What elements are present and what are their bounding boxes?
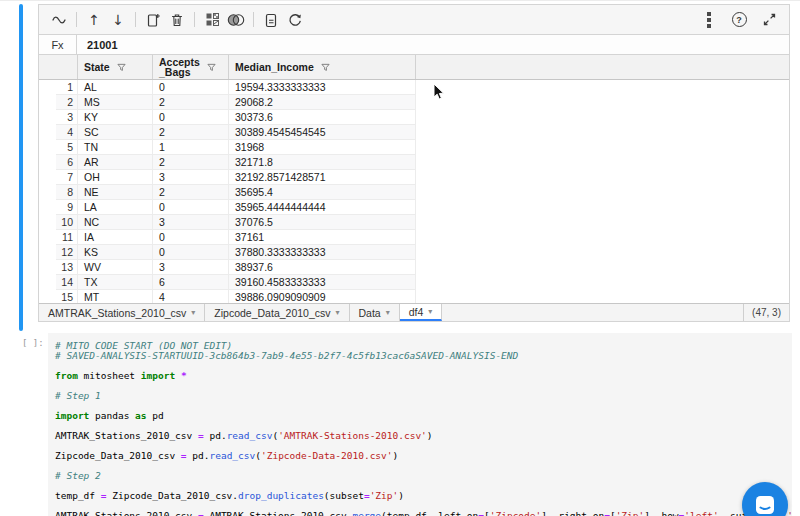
grid-cell[interactable]: 37161 — [229, 230, 416, 244]
index-column-header[interactable] — [56, 55, 78, 79]
grid-cell[interactable]: 2 — [153, 155, 229, 169]
filter-icon[interactable] — [117, 63, 126, 72]
row-index[interactable]: 12 — [56, 245, 78, 259]
row-index[interactable]: 1 — [56, 80, 78, 94]
table-row[interactable]: 8NE235695.4 — [56, 185, 416, 200]
grid-cell[interactable]: 30373.6 — [229, 110, 416, 124]
table-row[interactable]: 1AL019594.3333333333 — [56, 80, 416, 95]
grid-cell[interactable]: 3 — [153, 170, 229, 184]
fullscreen-icon[interactable] — [757, 9, 781, 31]
row-index[interactable]: 7 — [56, 170, 78, 184]
grid-cell[interactable]: 19594.3333333333 — [229, 80, 416, 94]
grid-cell[interactable]: AR — [78, 155, 153, 169]
grid-cell[interactable]: 3 — [153, 215, 229, 229]
sheet-tab-data[interactable]: Data▾ — [350, 304, 400, 321]
undo-wave-icon[interactable] — [47, 9, 71, 31]
grid-cell[interactable]: 0 — [153, 245, 229, 259]
grid-cell[interactable]: 38937.6 — [229, 260, 416, 274]
grid-cell[interactable]: 31968 — [229, 140, 416, 154]
grid-cell[interactable]: 2 — [153, 185, 229, 199]
pivot-icon[interactable] — [200, 9, 224, 31]
row-index[interactable]: 8 — [56, 185, 78, 199]
column-header-state[interactable]: State — [78, 55, 153, 79]
grid-cell[interactable]: 0 — [153, 110, 229, 124]
grid-cell[interactable]: IA — [78, 230, 153, 244]
sheet-tab-df4[interactable]: df4▾ — [400, 304, 443, 321]
table-row[interactable]: 7OH332192.8571428571 — [56, 170, 416, 185]
row-index[interactable]: 13 — [56, 260, 78, 274]
grid-cell[interactable]: 0 — [153, 200, 229, 214]
refresh-icon[interactable] — [283, 9, 307, 31]
table-row[interactable]: 13WV338937.6 — [56, 260, 416, 275]
grid-cell[interactable]: 1 — [153, 140, 229, 154]
document-icon[interactable] — [259, 9, 283, 31]
row-index[interactable]: 5 — [56, 140, 78, 154]
grid-cell[interactable]: NE — [78, 185, 153, 199]
arrow-up-icon[interactable]: ↑ — [82, 9, 106, 31]
grid-cell[interactable]: 35695.4 — [229, 185, 416, 199]
row-index[interactable]: 2 — [56, 95, 78, 109]
grid-cell[interactable]: SC — [78, 125, 153, 139]
grid-cell[interactable]: KY — [78, 110, 153, 124]
sheet-tab-zipcode_data_2010_csv[interactable]: Zipcode_Data_2010_csv▾ — [205, 304, 349, 321]
filter-icon[interactable] — [321, 63, 330, 72]
kebab-menu-icon[interactable] — [697, 9, 721, 31]
grid-cell[interactable]: 0 — [153, 80, 229, 94]
table-row[interactable]: 10NC337076.5 — [56, 215, 416, 230]
grid-cell[interactable]: TX — [78, 275, 153, 289]
grid-cell[interactable]: AL — [78, 80, 153, 94]
help-icon[interactable]: ? — [727, 9, 751, 31]
sheet-tab-amtrak_stations_2010_csv[interactable]: AMTRAK_Stations_2010_csv▾ — [39, 304, 205, 321]
grid-cell[interactable]: 6 — [153, 275, 229, 289]
grid-cell[interactable]: WV — [78, 260, 153, 274]
row-index[interactable]: 15 — [56, 290, 78, 303]
grid-cell[interactable]: KS — [78, 245, 153, 259]
grid-cell[interactable]: 37880.3333333333 — [229, 245, 416, 259]
table-row[interactable]: 15MT439886.0909090909 — [56, 290, 416, 303]
grid-cell[interactable]: NC — [78, 215, 153, 229]
grid-cell[interactable]: OH — [78, 170, 153, 184]
row-index[interactable]: 14 — [56, 275, 78, 289]
grid-cell[interactable]: 2 — [153, 125, 229, 139]
table-row[interactable]: 12KS037880.3333333333 — [56, 245, 416, 260]
row-index[interactable]: 6 — [56, 155, 78, 169]
merge-venn-icon[interactable] — [224, 9, 248, 31]
row-index[interactable]: 4 — [56, 125, 78, 139]
table-row[interactable]: 9LA035965.4444444444 — [56, 200, 416, 215]
grid-cell[interactable]: MT — [78, 290, 153, 303]
row-index[interactable]: 10 — [56, 215, 78, 229]
grid-cell[interactable]: LA — [78, 200, 153, 214]
grid-cell[interactable]: 35965.4444444444 — [229, 200, 416, 214]
table-row[interactable]: 3KY030373.6 — [56, 110, 416, 125]
table-row[interactable]: 4SC230389.4545454545 — [56, 125, 416, 140]
table-row[interactable]: 6AR232171.8 — [56, 155, 416, 170]
grid-cell[interactable]: 4 — [153, 290, 229, 303]
grid-cell[interactable]: 32171.8 — [229, 155, 416, 169]
grid-cell[interactable]: 39160.4583333333 — [229, 275, 416, 289]
table-row[interactable]: 14TX639160.4583333333 — [56, 275, 416, 290]
add-column-icon[interactable] — [141, 9, 165, 31]
table-row[interactable]: 5TN131968 — [56, 140, 416, 155]
grid-cell[interactable]: 29068.2 — [229, 95, 416, 109]
grid-cell[interactable]: MS — [78, 95, 153, 109]
column-header-accepts-bags[interactable]: Accepts _Bags — [153, 55, 229, 79]
grid-cell[interactable]: 2 — [153, 95, 229, 109]
grid-cell[interactable]: 39886.0909090909 — [229, 290, 416, 303]
grid-cell[interactable]: 0 — [153, 230, 229, 244]
grid-cell[interactable]: 32192.8571428571 — [229, 170, 416, 184]
grid-cell[interactable]: 3 — [153, 260, 229, 274]
code-editor[interactable]: # MITO CODE START (DO NOT EDIT)# SAVED-A… — [48, 333, 792, 516]
row-index[interactable]: 11 — [56, 230, 78, 244]
grid-cell[interactable]: 30389.4545454545 — [229, 125, 416, 139]
filter-icon[interactable] — [207, 63, 216, 72]
formula-input[interactable]: 21001 — [77, 35, 789, 54]
table-row[interactable]: 11IA037161 — [56, 230, 416, 245]
column-header-median-income[interactable]: Median_Income — [229, 55, 416, 79]
row-index[interactable]: 3 — [56, 110, 78, 124]
arrow-down-icon[interactable]: ↓ — [106, 9, 130, 31]
table-row[interactable]: 2MS229068.2 — [56, 95, 416, 110]
delete-icon[interactable] — [165, 9, 189, 31]
row-index[interactable]: 9 — [56, 200, 78, 214]
grid-cell[interactable]: 37076.5 — [229, 215, 416, 229]
grid-cell[interactable]: TN — [78, 140, 153, 154]
